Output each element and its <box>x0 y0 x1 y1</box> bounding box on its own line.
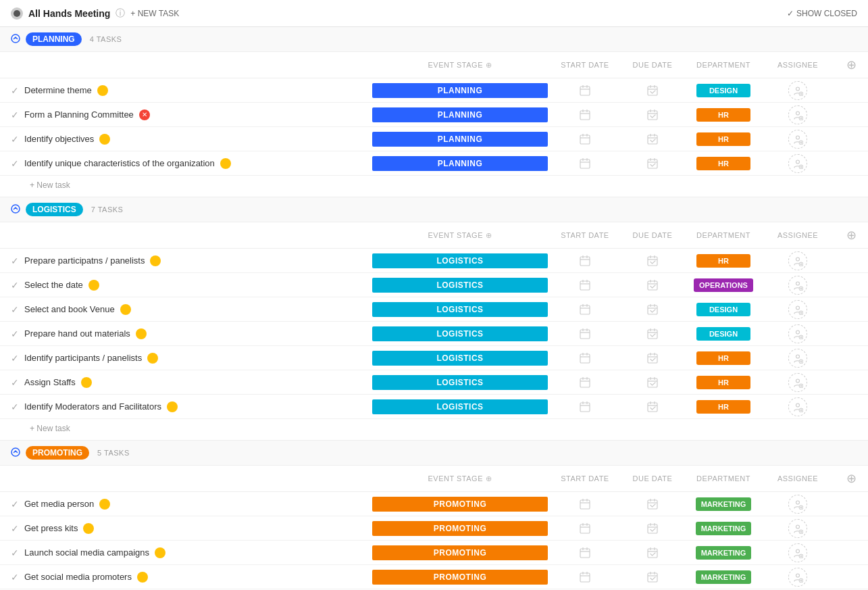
stage-badge[interactable]: PLANNING <box>372 156 548 171</box>
collapse-button-promoting[interactable] <box>11 447 20 459</box>
start-date-cell[interactable] <box>551 109 619 121</box>
task-name[interactable]: Assign Staffs <box>24 377 76 387</box>
department-badge[interactable]: HR <box>696 254 750 268</box>
assignee-avatar[interactable] <box>788 154 807 173</box>
due-date-cell[interactable] <box>619 352 686 364</box>
start-date-cell[interactable] <box>551 157 619 170</box>
stage-badge[interactable]: LOGISTICS <box>372 399 548 414</box>
department-badge[interactable]: HR <box>696 351 750 365</box>
status-indicator[interactable] <box>137 572 148 583</box>
department-badge[interactable]: HR <box>696 132 750 146</box>
add-column-icon[interactable]: ⊕ <box>846 228 857 243</box>
status-indicator[interactable] <box>120 304 131 315</box>
status-indicator[interactable] <box>88 280 99 291</box>
check-icon[interactable]: ✓ <box>11 109 19 120</box>
check-icon[interactable]: ✓ <box>11 328 19 339</box>
assignee-avatar[interactable] <box>788 543 807 562</box>
due-date-cell[interactable] <box>619 157 686 170</box>
check-icon[interactable]: ✓ <box>11 377 19 388</box>
due-date-cell[interactable] <box>619 303 686 316</box>
start-date-cell[interactable] <box>551 547 619 559</box>
department-badge[interactable]: DESIGN <box>696 327 750 341</box>
start-date-cell[interactable] <box>551 352 619 364</box>
stage-badge[interactable]: LOGISTICS <box>372 351 548 366</box>
event-stage-filter-icon[interactable]: ⊕ <box>486 61 492 70</box>
assignee-avatar[interactable] <box>788 300 807 319</box>
stage-badge[interactable]: LOGISTICS <box>372 253 548 268</box>
stage-badge[interactable]: PROMOTING <box>372 545 548 560</box>
status-indicator[interactable] <box>99 499 110 510</box>
stage-badge[interactable]: PLANNING <box>372 107 548 122</box>
stage-badge[interactable]: LOGISTICS <box>372 375 548 390</box>
check-icon[interactable]: ✓ <box>11 255 19 266</box>
section-badge-planning[interactable]: PLANNING <box>26 32 82 46</box>
task-name[interactable]: Get social media promoters <box>24 572 132 582</box>
task-name[interactable]: Get press kits <box>24 523 78 533</box>
status-indicator[interactable] <box>220 158 231 169</box>
department-badge[interactable]: MARKETING <box>696 570 752 584</box>
col-add[interactable]: ⊕ <box>835 225 868 245</box>
start-date-cell[interactable] <box>551 133 619 145</box>
status-indicator[interactable] <box>83 523 94 534</box>
department-badge[interactable]: HR <box>696 400 750 414</box>
start-date-cell[interactable] <box>551 328 619 340</box>
stage-badge[interactable]: PROMOTING <box>372 570 548 585</box>
assignee-avatar[interactable] <box>788 397 807 416</box>
assignee-avatar[interactable] <box>788 324 807 343</box>
show-closed-button[interactable]: ✓ SHOW CLOSED <box>787 9 857 18</box>
due-date-cell[interactable] <box>619 571 686 583</box>
section-badge-promoting[interactable]: PROMOTING <box>26 446 89 460</box>
check-icon[interactable]: ✓ <box>11 85 19 96</box>
department-badge[interactable]: OPERATIONS <box>694 278 753 292</box>
start-date-cell[interactable] <box>551 255 619 267</box>
task-name[interactable]: Identify unique characteristics of the o… <box>24 158 215 168</box>
task-name[interactable]: Identify participants / panelists <box>24 353 142 363</box>
task-name[interactable]: Get media person <box>24 499 94 509</box>
department-badge[interactable]: DESIGN <box>696 84 750 97</box>
check-icon[interactable]: ✓ <box>11 158 19 169</box>
collapse-button-planning[interactable] <box>11 34 20 45</box>
due-date-cell[interactable] <box>619 401 686 413</box>
due-date-cell[interactable] <box>619 255 686 267</box>
due-date-cell[interactable] <box>619 109 686 121</box>
new-task-link[interactable]: + New task <box>30 180 70 190</box>
add-column-icon[interactable]: ⊕ <box>846 57 857 72</box>
start-date-cell[interactable] <box>551 279 619 291</box>
assignee-avatar[interactable] <box>788 251 807 270</box>
start-date-cell[interactable] <box>551 498 619 510</box>
department-badge[interactable]: MARKETING <box>696 546 752 560</box>
assignee-avatar[interactable] <box>788 276 807 295</box>
due-date-cell[interactable] <box>619 498 686 510</box>
stage-badge[interactable]: LOGISTICS <box>372 302 548 317</box>
status-indicator[interactable] <box>167 401 178 412</box>
check-icon[interactable]: ✓ <box>11 304 19 315</box>
check-icon[interactable]: ✓ <box>11 499 19 510</box>
task-name[interactable]: Select the date <box>24 280 83 290</box>
start-date-cell[interactable] <box>551 401 619 413</box>
due-date-cell[interactable] <box>619 84 686 97</box>
start-date-cell[interactable] <box>551 303 619 316</box>
due-date-cell[interactable] <box>619 133 686 145</box>
stage-badge[interactable]: PROMOTING <box>372 521 548 536</box>
check-icon[interactable]: ✓ <box>11 353 19 364</box>
stage-badge[interactable]: LOGISTICS <box>372 278 548 293</box>
start-date-cell[interactable] <box>551 571 619 583</box>
task-name[interactable]: Prepare hand out materials <box>24 328 130 339</box>
section-badge-logistics[interactable]: LOGISTICS <box>26 203 83 216</box>
check-icon[interactable]: ✓ <box>11 572 19 583</box>
task-name[interactable]: Determine theme <box>24 85 92 95</box>
assignee-avatar[interactable] <box>788 130 807 149</box>
due-date-cell[interactable] <box>619 376 686 389</box>
event-stage-filter-icon[interactable]: ⊕ <box>486 231 492 240</box>
new-task-link[interactable]: + New task <box>30 424 70 433</box>
department-badge[interactable]: HR <box>696 108 750 122</box>
assignee-avatar[interactable] <box>788 349 807 368</box>
task-name[interactable]: Prepare participatns / panelists <box>24 255 145 266</box>
assignee-avatar[interactable] <box>788 568 807 587</box>
stage-badge[interactable]: PROMOTING <box>372 497 548 512</box>
start-date-cell[interactable] <box>551 522 619 535</box>
department-badge[interactable]: MARKETING <box>696 522 752 535</box>
task-name[interactable]: Launch social media campaigns <box>24 547 149 558</box>
status-indicator[interactable]: ✕ <box>139 109 150 120</box>
assignee-avatar[interactable] <box>788 519 807 538</box>
